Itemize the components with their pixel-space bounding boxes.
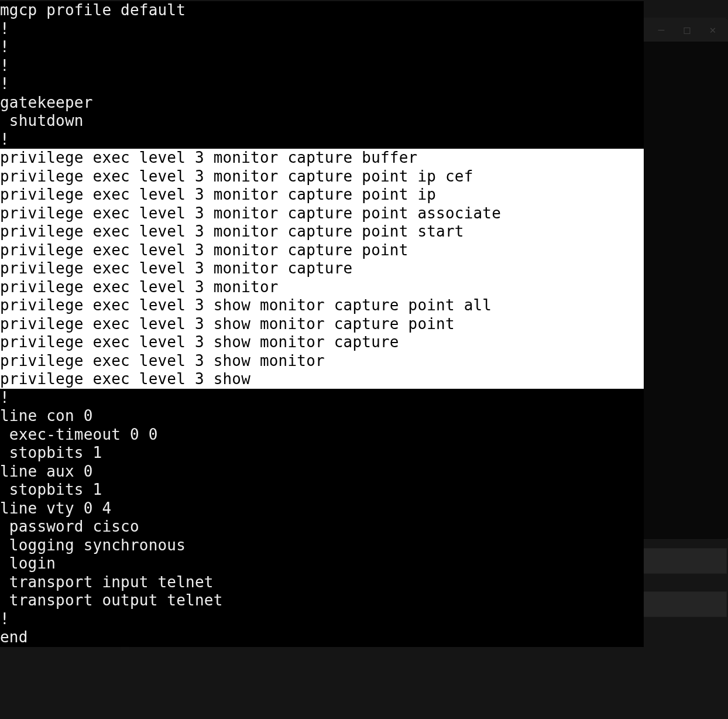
terminal-line: login (0, 554, 644, 573)
terminal-line: exec-timeout 0 0 (0, 426, 644, 444)
terminal-line: transport input telnet (0, 573, 644, 592)
terminal-line: privilege exec level 3 monitor capture (0, 259, 644, 278)
desktop: — □ ✕ — □ ✕ - behavior may be unstable, … (0, 0, 728, 719)
terminal-line: privilege exec level 3 monitor (0, 278, 644, 297)
terminal-line: ! (0, 75, 644, 94)
terminal-line: line vty 0 4 (0, 499, 644, 518)
terminal-line: end (0, 628, 644, 647)
terminal-line: ! (0, 57, 644, 76)
terminal-block-highlight: privilege exec level 3 monitor capture b… (0, 149, 644, 389)
terminal-line: mgcp profile default (0, 1, 644, 20)
terminal-line: line con 0 (0, 407, 644, 426)
terminal-line: privilege exec level 3 show (0, 370, 644, 389)
terminal-line: privilege exec level 3 show monitor capt… (0, 296, 644, 315)
terminal-line: privilege exec level 3 monitor capture b… (0, 149, 644, 167)
terminal-line: logging synchronous (0, 536, 644, 555)
maximize-icon[interactable]: □ (682, 25, 692, 35)
terminal-line: stopbits 1 (0, 481, 644, 499)
terminal-line: password cisco (0, 518, 644, 536)
terminal-line: ! (0, 20, 644, 39)
terminal-line: privilege exec level 3 monitor capture p… (0, 167, 644, 186)
terminal-line: stopbits 1 (0, 444, 644, 463)
terminal-line: gatekeeper (0, 94, 644, 112)
terminal-line: privilege exec level 3 show monitor capt… (0, 333, 644, 352)
terminal-line: privilege exec level 3 monitor capture p… (0, 241, 644, 260)
terminal-line: ! (0, 38, 644, 57)
terminal-line: privilege exec level 3 show monitor capt… (0, 315, 644, 334)
terminal-line: privilege exec level 3 show monitor (0, 352, 644, 371)
terminal-line: shutdown (0, 112, 644, 131)
close-icon[interactable]: ✕ (708, 25, 718, 35)
minimize-icon[interactable]: — (656, 25, 667, 35)
terminal-line: ! (0, 389, 644, 408)
terminal-line: privilege exec level 3 monitor capture p… (0, 222, 644, 241)
terminal-line: transport output telnet (0, 591, 644, 610)
terminal-line: ! (0, 131, 644, 149)
terminal-line: line aux 0 (0, 463, 644, 481)
terminal-line: privilege exec level 3 monitor capture p… (0, 204, 644, 223)
terminal-line: privilege exec level 3 monitor capture p… (0, 186, 644, 204)
terminal-block-bottom: ! line con 0 exec-timeout 0 0 stopbits 1… (0, 389, 644, 647)
terminal-output[interactable]: mgcp profile default ! ! ! ! gatekeeper … (0, 0, 644, 647)
terminal-block-top: mgcp profile default ! ! ! ! gatekeeper … (0, 0, 644, 149)
terminal-line: ! (0, 610, 644, 629)
